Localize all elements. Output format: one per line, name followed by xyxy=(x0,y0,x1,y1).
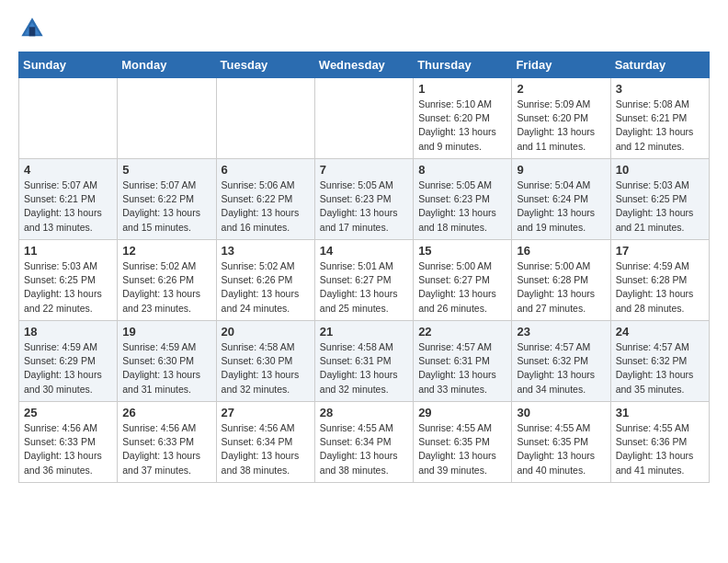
day-info: Sunrise: 4:57 AM Sunset: 6:31 PM Dayligh… xyxy=(418,340,506,396)
day-number: 9 xyxy=(517,163,605,177)
day-number: 13 xyxy=(222,244,310,258)
day-cell: 15Sunrise: 5:00 AM Sunset: 6:27 PM Dayli… xyxy=(414,240,512,321)
day-info: Sunrise: 4:57 AM Sunset: 6:32 PM Dayligh… xyxy=(517,340,605,396)
day-cell: 10Sunrise: 5:03 AM Sunset: 6:25 PM Dayli… xyxy=(610,159,709,240)
calendar-table: SundayMondayTuesdayWednesdayThursdayFrid… xyxy=(18,52,710,483)
day-info: Sunrise: 4:55 AM Sunset: 6:35 PM Dayligh… xyxy=(517,421,605,477)
day-number: 25 xyxy=(24,406,112,419)
day-number: 14 xyxy=(320,244,408,258)
day-number: 28 xyxy=(320,406,408,419)
day-number: 19 xyxy=(122,325,210,339)
week-row-1: 1Sunrise: 5:10 AM Sunset: 6:20 PM Daylig… xyxy=(19,78,710,159)
day-cell: 26Sunrise: 4:56 AM Sunset: 6:33 PM Dayli… xyxy=(118,402,216,483)
day-number: 17 xyxy=(616,244,704,258)
day-cell: 2Sunrise: 5:09 AM Sunset: 6:20 PM Daylig… xyxy=(512,78,610,159)
day-cell xyxy=(118,78,216,159)
header xyxy=(18,15,710,42)
col-header-friday: Friday xyxy=(512,52,610,78)
day-info: Sunrise: 4:56 AM Sunset: 6:33 PM Dayligh… xyxy=(24,421,112,477)
day-cell: 14Sunrise: 5:01 AM Sunset: 6:27 PM Dayli… xyxy=(314,240,413,321)
day-number: 31 xyxy=(616,406,704,419)
day-info: Sunrise: 5:02 AM Sunset: 6:26 PM Dayligh… xyxy=(222,259,310,316)
day-cell: 31Sunrise: 4:55 AM Sunset: 6:36 PM Dayli… xyxy=(610,402,709,483)
day-info: Sunrise: 5:06 AM Sunset: 6:22 PM Dayligh… xyxy=(222,178,310,235)
day-cell: 18Sunrise: 4:59 AM Sunset: 6:29 PM Dayli… xyxy=(19,321,118,402)
day-number: 26 xyxy=(122,406,210,419)
day-number: 16 xyxy=(517,244,605,258)
day-info: Sunrise: 5:07 AM Sunset: 6:21 PM Dayligh… xyxy=(24,178,112,235)
day-cell: 6Sunrise: 5:06 AM Sunset: 6:22 PM Daylig… xyxy=(216,159,314,240)
day-number: 11 xyxy=(24,244,112,258)
day-number: 5 xyxy=(122,163,210,177)
day-info: Sunrise: 5:00 AM Sunset: 6:27 PM Dayligh… xyxy=(418,259,506,316)
day-info: Sunrise: 5:04 AM Sunset: 6:24 PM Dayligh… xyxy=(517,178,605,235)
logo-icon xyxy=(18,15,46,42)
day-number: 22 xyxy=(418,325,506,339)
day-number: 12 xyxy=(122,244,210,258)
day-cell: 20Sunrise: 4:58 AM Sunset: 6:30 PM Dayli… xyxy=(216,321,314,402)
logo xyxy=(18,15,48,42)
day-cell: 3Sunrise: 5:08 AM Sunset: 6:21 PM Daylig… xyxy=(610,78,709,159)
day-cell: 4Sunrise: 5:07 AM Sunset: 6:21 PM Daylig… xyxy=(19,159,118,240)
col-header-wednesday: Wednesday xyxy=(314,52,413,78)
day-cell: 9Sunrise: 5:04 AM Sunset: 6:24 PM Daylig… xyxy=(512,159,610,240)
day-number: 30 xyxy=(517,406,605,419)
day-info: Sunrise: 5:03 AM Sunset: 6:25 PM Dayligh… xyxy=(24,259,112,316)
day-number: 29 xyxy=(418,406,506,419)
day-cell: 13Sunrise: 5:02 AM Sunset: 6:26 PM Dayli… xyxy=(216,240,314,321)
day-cell: 22Sunrise: 4:57 AM Sunset: 6:31 PM Dayli… xyxy=(414,321,512,402)
day-cell: 8Sunrise: 5:05 AM Sunset: 6:23 PM Daylig… xyxy=(414,159,512,240)
day-number: 7 xyxy=(320,163,408,177)
day-cell: 25Sunrise: 4:56 AM Sunset: 6:33 PM Dayli… xyxy=(19,402,118,483)
day-cell: 12Sunrise: 5:02 AM Sunset: 6:26 PM Dayli… xyxy=(118,240,216,321)
day-info: Sunrise: 5:07 AM Sunset: 6:22 PM Dayligh… xyxy=(122,178,210,235)
day-info: Sunrise: 4:59 AM Sunset: 6:29 PM Dayligh… xyxy=(24,340,112,396)
day-info: Sunrise: 5:09 AM Sunset: 6:20 PM Dayligh… xyxy=(517,98,605,154)
day-cell xyxy=(314,78,413,159)
day-number: 2 xyxy=(517,82,605,96)
day-cell: 30Sunrise: 4:55 AM Sunset: 6:35 PM Dayli… xyxy=(512,402,610,483)
day-cell: 11Sunrise: 5:03 AM Sunset: 6:25 PM Dayli… xyxy=(19,240,118,321)
day-number: 4 xyxy=(24,163,112,177)
day-number: 6 xyxy=(222,163,310,177)
day-cell xyxy=(216,78,314,159)
col-header-sunday: Sunday xyxy=(19,52,118,78)
day-number: 1 xyxy=(418,82,506,96)
day-info: Sunrise: 4:56 AM Sunset: 6:34 PM Dayligh… xyxy=(222,421,310,477)
day-info: Sunrise: 5:03 AM Sunset: 6:25 PM Dayligh… xyxy=(616,178,704,235)
day-number: 15 xyxy=(418,244,506,258)
day-info: Sunrise: 5:05 AM Sunset: 6:23 PM Dayligh… xyxy=(418,178,506,235)
day-cell: 29Sunrise: 4:55 AM Sunset: 6:35 PM Dayli… xyxy=(414,402,512,483)
day-number: 23 xyxy=(517,325,605,339)
day-cell: 24Sunrise: 4:57 AM Sunset: 6:32 PM Dayli… xyxy=(610,321,709,402)
week-row-5: 25Sunrise: 4:56 AM Sunset: 6:33 PM Dayli… xyxy=(19,402,710,483)
col-header-saturday: Saturday xyxy=(610,52,709,78)
day-info: Sunrise: 5:00 AM Sunset: 6:28 PM Dayligh… xyxy=(517,259,605,316)
day-number: 20 xyxy=(222,325,310,339)
day-info: Sunrise: 4:58 AM Sunset: 6:30 PM Dayligh… xyxy=(222,340,310,396)
day-number: 27 xyxy=(222,406,310,419)
day-info: Sunrise: 4:55 AM Sunset: 6:35 PM Dayligh… xyxy=(418,421,506,477)
day-number: 10 xyxy=(616,163,704,177)
day-cell: 27Sunrise: 4:56 AM Sunset: 6:34 PM Dayli… xyxy=(216,402,314,483)
svg-rect-2 xyxy=(29,27,36,36)
col-header-monday: Monday xyxy=(118,52,216,78)
day-info: Sunrise: 5:01 AM Sunset: 6:27 PM Dayligh… xyxy=(320,259,408,316)
day-number: 8 xyxy=(418,163,506,177)
day-cell: 16Sunrise: 5:00 AM Sunset: 6:28 PM Dayli… xyxy=(512,240,610,321)
page: SundayMondayTuesdayWednesdayThursdayFrid… xyxy=(0,0,728,498)
day-info: Sunrise: 4:57 AM Sunset: 6:32 PM Dayligh… xyxy=(616,340,704,396)
day-cell xyxy=(19,78,118,159)
day-info: Sunrise: 4:59 AM Sunset: 6:28 PM Dayligh… xyxy=(616,259,704,316)
day-info: Sunrise: 4:56 AM Sunset: 6:33 PM Dayligh… xyxy=(122,421,210,477)
day-number: 21 xyxy=(320,325,408,339)
col-header-tuesday: Tuesday xyxy=(216,52,314,78)
day-info: Sunrise: 5:08 AM Sunset: 6:21 PM Dayligh… xyxy=(616,98,704,154)
week-row-3: 11Sunrise: 5:03 AM Sunset: 6:25 PM Dayli… xyxy=(19,240,710,321)
day-info: Sunrise: 4:58 AM Sunset: 6:31 PM Dayligh… xyxy=(320,340,408,396)
day-cell: 5Sunrise: 5:07 AM Sunset: 6:22 PM Daylig… xyxy=(118,159,216,240)
header-row: SundayMondayTuesdayWednesdayThursdayFrid… xyxy=(19,52,710,78)
day-cell: 23Sunrise: 4:57 AM Sunset: 6:32 PM Dayli… xyxy=(512,321,610,402)
week-row-4: 18Sunrise: 4:59 AM Sunset: 6:29 PM Dayli… xyxy=(19,321,710,402)
day-number: 24 xyxy=(616,325,704,339)
